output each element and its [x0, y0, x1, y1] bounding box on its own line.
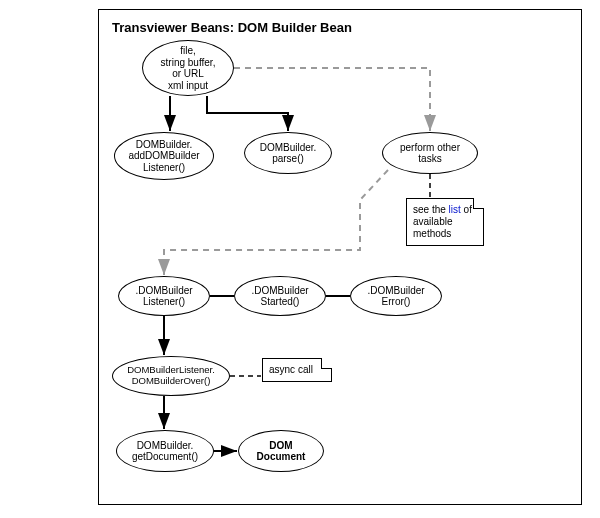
diagram-canvas: Transviewer Beans: DOM Builder Bean file…	[0, 0, 600, 518]
note-async: async call	[262, 358, 332, 382]
node-get-document: DOMBuilder.getDocument()	[116, 430, 214, 472]
diagram-title: Transviewer Beans: DOM Builder Bean	[112, 20, 352, 35]
node-parse-label: DOMBuilder.parse()	[256, 140, 321, 167]
node-input: file,string buffer,or URLxml input	[142, 40, 234, 96]
node-listener-over: DOMBuilderListener.DOMBuilderOver()	[112, 356, 230, 396]
node-error: .DOMBuilderError()	[350, 276, 442, 316]
node-error-label: .DOMBuilderError()	[363, 283, 428, 310]
node-dom-document: DOMDocument	[238, 430, 324, 472]
node-input-label: file,string buffer,or URLxml input	[157, 43, 220, 93]
node-parse: DOMBuilder.parse()	[244, 132, 332, 174]
node-listener-over-label: DOMBuilderListener.DOMBuilderOver()	[123, 363, 219, 389]
note-async-label: async call	[269, 364, 313, 375]
note-methods-link[interactable]: list	[449, 204, 461, 215]
node-add-listener: DOMBuilder.addDOMBuilderListener()	[114, 132, 214, 180]
node-listener: .DOMBuilderListener()	[118, 276, 210, 316]
note-methods-pre: see the	[413, 204, 449, 215]
node-started: .DOMBuilderStarted()	[234, 276, 326, 316]
node-get-document-label: DOMBuilder.getDocument()	[128, 438, 202, 465]
note-methods: see the list ofavailablemethods	[406, 198, 484, 246]
node-add-listener-label: DOMBuilder.addDOMBuilderListener()	[124, 137, 203, 176]
node-other-tasks-label: perform othertasks	[396, 140, 464, 167]
node-other-tasks: perform othertasks	[382, 132, 478, 174]
node-dom-document-label: DOMDocument	[253, 438, 310, 465]
node-started-label: .DOMBuilderStarted()	[247, 283, 312, 310]
node-listener-label: .DOMBuilderListener()	[131, 283, 196, 310]
